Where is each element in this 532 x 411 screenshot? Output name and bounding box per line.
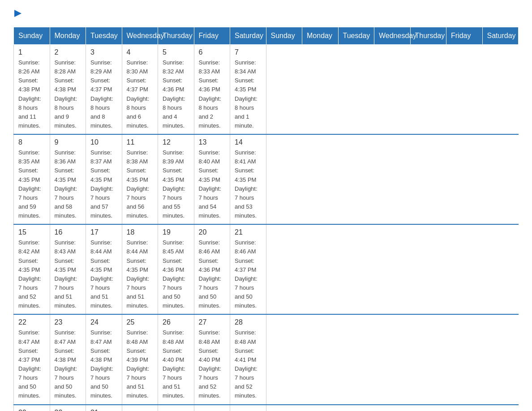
day-info: Sunrise: 8:33 AMSunset: 4:36 PMDaylight:… (199, 58, 226, 130)
day-number: 21 (235, 228, 262, 236)
day-number: 16 (55, 228, 82, 236)
calendar-cell: 11Sunrise: 8:38 AMSunset: 4:35 PMDayligh… (122, 134, 158, 224)
calendar-cell: 15Sunrise: 8:42 AMSunset: 4:35 PMDayligh… (14, 224, 50, 314)
day-info: Sunrise: 8:40 AMSunset: 4:35 PMDaylight:… (199, 148, 226, 220)
day-number: 10 (90, 138, 117, 146)
day-info: Sunrise: 8:32 AMSunset: 4:36 PMDaylight:… (163, 58, 189, 130)
day-info: Sunrise: 8:39 AMSunset: 4:35 PMDaylight:… (163, 148, 189, 220)
week-row-5: 29Sunrise: 8:48 AMSunset: 4:42 PMDayligh… (14, 405, 519, 411)
day-info: Sunrise: 8:29 AMSunset: 4:37 PMDaylight:… (90, 58, 117, 130)
day-info: Sunrise: 8:47 AMSunset: 4:38 PMDaylight:… (90, 328, 117, 400)
calendar-cell: 7Sunrise: 8:34 AMSunset: 4:35 PMDaylight… (230, 45, 266, 135)
day-info: Sunrise: 8:47 AMSunset: 4:37 PMDaylight:… (18, 328, 45, 400)
day-info: Sunrise: 8:46 AMSunset: 4:37 PMDaylight:… (235, 238, 262, 310)
day-info: Sunrise: 8:28 AMSunset: 4:38 PMDaylight:… (55, 58, 82, 130)
day-number: 8 (18, 138, 45, 146)
calendar-cell: 8Sunrise: 8:35 AMSunset: 4:35 PMDaylight… (14, 134, 50, 224)
calendar-cell (158, 405, 194, 411)
calendar-cell: 10Sunrise: 8:37 AMSunset: 4:35 PMDayligh… (86, 134, 122, 224)
day-number: 3 (90, 48, 117, 56)
day-info: Sunrise: 8:48 AMSunset: 4:41 PMDaylight:… (235, 328, 262, 400)
page-header (13, 9, 519, 20)
day-info: Sunrise: 8:48 AMSunset: 4:39 PMDaylight:… (127, 328, 154, 400)
calendar-cell: 2Sunrise: 8:28 AMSunset: 4:38 PMDaylight… (50, 45, 86, 135)
calendar-cell: 31Sunrise: 8:49 AMSunset: 4:44 PMDayligh… (86, 405, 122, 411)
svg-marker-0 (14, 10, 21, 17)
header-tuesday: Tuesday (86, 27, 122, 45)
day-info: Sunrise: 8:38 AMSunset: 4:35 PMDaylight:… (127, 148, 154, 220)
header-monday: Monday (302, 27, 339, 45)
calendar-cell: 23Sunrise: 8:47 AMSunset: 4:38 PMDayligh… (50, 314, 86, 404)
day-number: 13 (199, 138, 226, 146)
calendar-cell: 6Sunrise: 8:33 AMSunset: 4:36 PMDaylight… (194, 45, 230, 135)
day-number: 14 (235, 138, 262, 146)
week-row-1: 1Sunrise: 8:26 AMSunset: 4:38 PMDaylight… (14, 45, 519, 135)
day-info: Sunrise: 8:30 AMSunset: 4:37 PMDaylight:… (127, 58, 154, 130)
week-row-3: 15Sunrise: 8:42 AMSunset: 4:35 PMDayligh… (14, 224, 519, 314)
header-tuesday: Tuesday (338, 27, 374, 45)
calendar-header-row: SundayMondayTuesdayWednesdayThursdayFrid… (14, 27, 519, 45)
day-number: 25 (127, 318, 154, 326)
day-number: 20 (199, 228, 226, 236)
day-number: 12 (163, 138, 189, 146)
calendar-cell: 28Sunrise: 8:48 AMSunset: 4:41 PMDayligh… (230, 314, 266, 404)
day-info: Sunrise: 8:42 AMSunset: 4:35 PMDaylight:… (18, 238, 45, 310)
calendar-cell: 27Sunrise: 8:48 AMSunset: 4:40 PMDayligh… (194, 314, 230, 404)
calendar-cell: 26Sunrise: 8:48 AMSunset: 4:40 PMDayligh… (158, 314, 194, 404)
day-number: 31 (90, 409, 117, 411)
calendar-cell: 20Sunrise: 8:46 AMSunset: 4:36 PMDayligh… (194, 224, 230, 314)
calendar-cell: 18Sunrise: 8:44 AMSunset: 4:35 PMDayligh… (122, 224, 158, 314)
day-info: Sunrise: 8:44 AMSunset: 4:35 PMDaylight:… (127, 238, 154, 310)
day-info: Sunrise: 8:45 AMSunset: 4:36 PMDaylight:… (163, 238, 189, 310)
calendar-cell: 21Sunrise: 8:46 AMSunset: 4:37 PMDayligh… (230, 224, 266, 314)
day-info: Sunrise: 8:46 AMSunset: 4:36 PMDaylight:… (199, 238, 226, 310)
calendar-table: SundayMondayTuesdayWednesdayThursdayFrid… (13, 27, 519, 411)
calendar-cell: 30Sunrise: 8:49 AMSunset: 4:43 PMDayligh… (50, 405, 86, 411)
day-number: 15 (18, 228, 45, 236)
day-info: Sunrise: 8:35 AMSunset: 4:35 PMDaylight:… (18, 148, 45, 220)
day-number: 17 (90, 228, 117, 236)
calendar-cell (122, 405, 158, 411)
day-number: 27 (199, 318, 226, 326)
day-number: 1 (18, 48, 45, 56)
header-saturday: Saturday (482, 27, 519, 45)
day-info: Sunrise: 8:34 AMSunset: 4:35 PMDaylight:… (235, 58, 262, 130)
calendar-cell (230, 405, 266, 411)
day-number: 29 (18, 409, 45, 411)
day-number: 5 (163, 48, 189, 56)
calendar-cell: 3Sunrise: 8:29 AMSunset: 4:37 PMDaylight… (86, 45, 122, 135)
header-friday: Friday (446, 27, 483, 45)
calendar-cell: 24Sunrise: 8:47 AMSunset: 4:38 PMDayligh… (86, 314, 122, 404)
day-number: 6 (199, 48, 226, 56)
day-number: 30 (55, 409, 82, 411)
day-number: 28 (235, 318, 262, 326)
calendar-cell: 25Sunrise: 8:48 AMSunset: 4:39 PMDayligh… (122, 314, 158, 404)
calendar-cell: 5Sunrise: 8:32 AMSunset: 4:36 PMDaylight… (158, 45, 194, 135)
calendar-cell: 17Sunrise: 8:44 AMSunset: 4:35 PMDayligh… (86, 224, 122, 314)
day-number: 9 (55, 138, 82, 146)
calendar-cell: 12Sunrise: 8:39 AMSunset: 4:35 PMDayligh… (158, 134, 194, 224)
calendar-cell: 22Sunrise: 8:47 AMSunset: 4:37 PMDayligh… (14, 314, 50, 404)
header-wednesday: Wednesday (122, 27, 158, 45)
calendar-cell: 1Sunrise: 8:26 AMSunset: 4:38 PMDaylight… (14, 45, 50, 135)
header-sunday: Sunday (14, 27, 50, 45)
calendar-cell: 9Sunrise: 8:36 AMSunset: 4:35 PMDaylight… (50, 134, 86, 224)
day-info: Sunrise: 8:48 AMSunset: 4:40 PMDaylight:… (199, 328, 226, 400)
day-info: Sunrise: 8:47 AMSunset: 4:38 PMDaylight:… (55, 328, 82, 400)
calendar-cell: 13Sunrise: 8:40 AMSunset: 4:35 PMDayligh… (194, 134, 230, 224)
calendar-cell: 4Sunrise: 8:30 AMSunset: 4:37 PMDaylight… (122, 45, 158, 135)
day-number: 4 (127, 48, 154, 56)
logo (13, 9, 23, 20)
header-friday: Friday (194, 27, 230, 45)
week-row-4: 22Sunrise: 8:47 AMSunset: 4:37 PMDayligh… (14, 314, 519, 404)
day-number: 7 (235, 48, 262, 56)
header-monday: Monday (50, 27, 86, 45)
day-number: 2 (55, 48, 82, 56)
calendar-cell: 29Sunrise: 8:48 AMSunset: 4:42 PMDayligh… (14, 405, 50, 411)
header-sunday: Sunday (266, 27, 302, 45)
day-number: 26 (163, 318, 189, 326)
day-info: Sunrise: 8:36 AMSunset: 4:35 PMDaylight:… (55, 148, 82, 220)
day-info: Sunrise: 8:48 AMSunset: 4:40 PMDaylight:… (163, 328, 189, 400)
day-number: 19 (163, 228, 189, 236)
header-saturday: Saturday (230, 27, 266, 45)
